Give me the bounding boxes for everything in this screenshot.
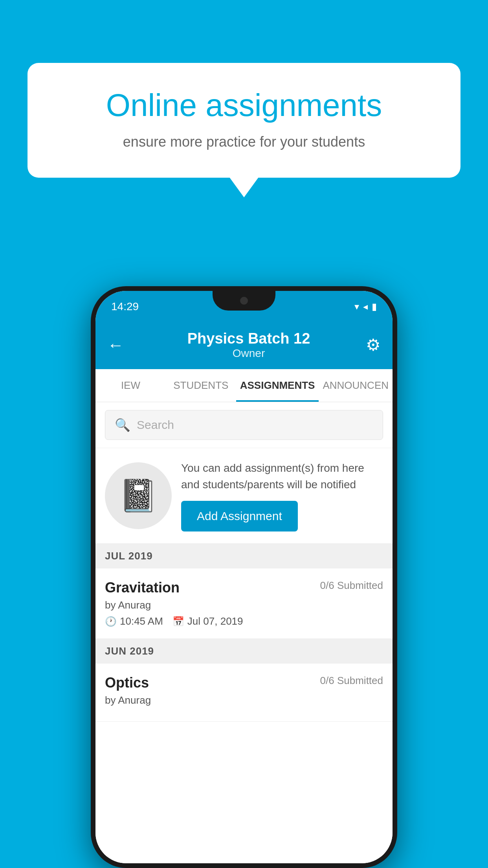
assignment-item-optics[interactable]: Optics 0/6 Submitted by Anurag — [95, 664, 393, 722]
search-container: 🔍 Search — [95, 402, 393, 448]
assignment-top-row: Gravitation 0/6 Submitted — [105, 579, 383, 596]
meta-time-gravitation: 🕐 10:45 AM — [105, 615, 163, 627]
assignment-date-gravitation: Jul 07, 2019 — [187, 615, 243, 627]
promo-icon-circle: 📓 — [105, 462, 172, 529]
header-subtitle: Owner — [132, 347, 366, 360]
phone-screen: 14:29 ▾ ◂ ▮ ← Physics Batch 12 Owner ⚙ — [95, 291, 393, 863]
tab-announcements[interactable]: ANNOUNCEN — [319, 369, 393, 402]
notch-cutout — [213, 291, 275, 311]
promo-content: You can add assignment(s) from here and … — [181, 460, 383, 531]
battery-icon: ▮ — [372, 301, 377, 312]
assignment-item-gravitation[interactable]: Gravitation 0/6 Submitted by Anurag 🕐 10… — [95, 568, 393, 639]
header-title: Physics Batch 12 — [132, 330, 366, 347]
submitted-count-gravitation: 0/6 Submitted — [320, 579, 383, 592]
bubble-subtitle: ensure more practice for your students — [59, 134, 429, 150]
assignment-time-gravitation: 10:45 AM — [120, 615, 163, 627]
speech-bubble: Online assignments ensure more practice … — [28, 63, 460, 178]
assignment-name-gravitation: Gravitation — [105, 579, 180, 596]
camera-dot — [240, 297, 248, 305]
status-time: 14:29 — [111, 300, 139, 313]
status-icons: ▾ ◂ ▮ — [354, 301, 377, 312]
assignment-meta-gravitation: 🕐 10:45 AM 📅 Jul 07, 2019 — [105, 615, 383, 627]
back-button[interactable]: ← — [107, 336, 124, 355]
bubble-title: Online assignments — [59, 86, 429, 124]
assignment-name-optics: Optics — [105, 675, 149, 691]
submitted-count-optics: 0/6 Submitted — [320, 675, 383, 687]
assignment-by-gravitation: by Anurag — [105, 599, 383, 611]
section-header-jun: JUN 2019 — [95, 639, 393, 664]
tab-assignments[interactable]: ASSIGNMENTS — [236, 369, 319, 402]
search-bar[interactable]: 🔍 Search — [105, 410, 383, 440]
tabs-bar: IEW STUDENTS ASSIGNMENTS ANNOUNCEN — [95, 369, 393, 402]
phone-device: 14:29 ▾ ◂ ▮ ← Physics Batch 12 Owner ⚙ — [91, 286, 397, 868]
signal-icon: ◂ — [363, 301, 368, 312]
status-bar: 14:29 ▾ ◂ ▮ — [95, 291, 393, 322]
meta-date-gravitation: 📅 Jul 07, 2019 — [172, 615, 243, 627]
add-assignment-button[interactable]: Add Assignment — [181, 501, 298, 531]
promo-section: 📓 You can add assignment(s) from here an… — [95, 448, 393, 544]
app-header: ← Physics Batch 12 Owner ⚙ — [95, 322, 393, 369]
assignment-by-optics: by Anurag — [105, 694, 383, 706]
search-icon: 🔍 — [115, 417, 130, 432]
calendar-icon: 📅 — [172, 616, 184, 627]
assignment-top-row-optics: Optics 0/6 Submitted — [105, 675, 383, 691]
search-placeholder: Search — [137, 418, 174, 432]
notebook-icon: 📓 — [119, 477, 158, 514]
tab-iew[interactable]: IEW — [95, 369, 166, 402]
speech-bubble-container: Online assignments ensure more practice … — [28, 63, 460, 178]
settings-icon[interactable]: ⚙ — [366, 335, 381, 355]
section-header-jul: JUL 2019 — [95, 544, 393, 568]
background: Online assignments ensure more practice … — [0, 0, 488, 868]
phone-content: 🔍 Search 📓 You can add assignment(s) fro… — [95, 402, 393, 863]
clock-icon: 🕐 — [105, 616, 117, 627]
wifi-icon: ▾ — [354, 301, 359, 312]
tab-students[interactable]: STUDENTS — [166, 369, 236, 402]
header-center: Physics Batch 12 Owner — [132, 330, 366, 360]
promo-text: You can add assignment(s) from here and … — [181, 460, 383, 493]
